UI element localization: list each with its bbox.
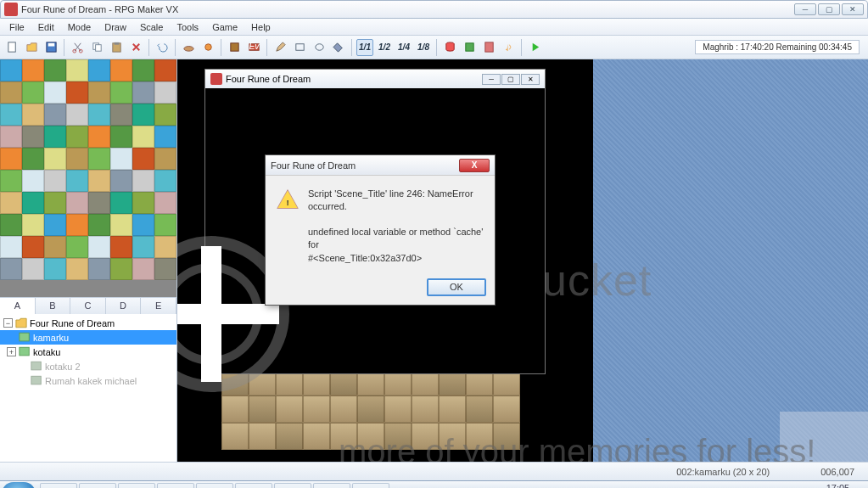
taskbar-app2-icon[interactable] [313,483,350,489]
open-icon[interactable] [23,39,40,56]
tab-c[interactable]: C [70,298,106,314]
game-icon [210,73,222,85]
menu-file[interactable]: File [3,20,31,34]
menu-tools[interactable]: Tools [171,20,204,34]
app-titlebar: Four Rune of Dream - RPG Maker VX ─ ▢ ✕ [0,0,868,19]
tree-item-kamarku[interactable]: kamarku [0,330,176,345]
database-icon[interactable] [441,39,458,56]
ellipse-icon[interactable] [311,39,328,56]
svg-text:Ev: Ev [249,42,260,51]
start-button[interactable] [2,482,36,489]
game-minimize-button[interactable]: ─ [482,74,501,85]
event-mode-icon[interactable]: Ev [245,39,262,56]
svg-rect-18 [484,42,492,52]
tab-b[interactable]: B [36,298,71,314]
tree-item-kotaku2[interactable]: kotaku 2 [0,359,176,373]
map-tiles [221,368,527,462]
menu-mode[interactable]: Mode [62,20,98,34]
copy-icon[interactable] [88,39,105,56]
playtest-icon[interactable] [526,39,543,56]
tree-label: kotaku 2 [45,362,81,372]
menu-help[interactable]: Help [245,20,277,34]
taskbar-chrome-icon[interactable] [196,483,233,489]
menu-scale[interactable]: Scale [134,20,170,34]
watermark-box [780,412,868,462]
svg-rect-14 [295,44,303,51]
taskbar-rpgmaker-icon[interactable] [274,483,311,489]
svg-rect-21 [31,362,41,370]
layer2-icon[interactable] [199,39,216,56]
status-bar: 002:kamarku (20 x 20) 006,007 [0,462,868,480]
maximize-button[interactable]: ▢ [818,3,840,15]
tray-clock[interactable]: 17:0524/07/2012 [815,483,861,488]
materials-icon[interactable] [461,39,478,56]
tab-e[interactable]: E [141,298,176,314]
rect-icon[interactable] [291,39,308,56]
svg-rect-20 [20,347,29,356]
svg-rect-8 [114,42,119,45]
fill-icon[interactable] [330,39,347,56]
map-icon [19,332,31,343]
taskbar-app1-icon[interactable] [157,483,194,489]
svg-rect-11 [230,43,238,51]
undo-icon[interactable] [154,39,171,56]
error-close-button[interactable]: X [459,159,490,172]
menu-game[interactable]: Game [206,20,244,34]
collapse-icon[interactable]: − [3,318,13,328]
minimize-button[interactable]: ─ [794,3,816,15]
layer1-icon[interactable] [180,39,197,56]
tab-d[interactable]: D [106,298,142,314]
toolbar: Ev 1/1 1/2 1/4 1/8 Maghrib : 17:40:20 Re… [0,36,868,59]
menu-draw[interactable]: Draw [98,20,132,34]
zoom-1-2[interactable]: 1/2 [376,39,393,56]
tree-label: kotaku [33,347,60,357]
zoom-1-1[interactable]: 1/1 [356,39,373,56]
error-ok-button[interactable]: OK [427,278,486,296]
tileset-tabs: A B C D E [0,297,176,314]
delete-icon[interactable] [127,39,144,56]
windows-taskbar: IN ▲ 💻 🔊 17:0524/07/2012 [0,480,868,488]
svg-point-15 [315,44,322,51]
save-icon[interactable] [42,39,59,56]
error-line-2: undefined local variable or method `cach… [308,226,484,252]
expand-icon[interactable]: + [7,347,16,356]
paste-icon[interactable] [108,39,125,56]
error-dialog: Four Rune of Dream X ! Script 'Scene_Tit… [265,154,496,306]
svg-rect-19 [20,333,29,341]
taskbar-ie-icon[interactable] [40,483,77,489]
taskbar-explorer-icon[interactable] [79,483,116,489]
svg-rect-22 [31,376,41,384]
status-coords: 006,007 [820,467,854,477]
app-icon [4,3,18,16]
new-icon[interactable] [3,39,20,56]
app-title: Four Rune of Dream - RPG Maker VX [21,4,794,14]
tree-item-kotaku[interactable]: + kotaku [0,345,176,359]
taskbar-firefox-icon[interactable] [235,483,272,489]
map-mode-icon[interactable] [226,39,243,56]
error-title: Four Rune of Dream [271,160,459,171]
menu-edit[interactable]: Edit [32,20,60,34]
pencil-icon[interactable] [272,39,288,56]
tree-item-rumah[interactable]: Rumah kakek michael [0,373,176,388]
game-close-button[interactable]: ✕ [521,74,540,85]
map-tree: − Four Rune of Dream kamarku + kotaku ko… [0,314,176,462]
taskbar-paint-icon[interactable] [352,483,389,489]
cut-icon[interactable] [69,39,86,56]
system-tray: IN ▲ 💻 🔊 17:0524/07/2012 [747,483,866,488]
script-icon[interactable] [480,39,497,56]
svg-rect-6 [95,45,101,52]
sound-icon[interactable] [500,39,517,56]
tree-label: Rumah kakek michael [45,376,137,386]
tree-label: kamarku [33,333,69,343]
status-map-info: 002:kamarku (20 x 20) [676,467,770,477]
game-maximize-button[interactable]: ▢ [501,74,520,85]
close-button[interactable]: ✕ [842,3,864,15]
tree-root[interactable]: − Four Rune of Dream [0,316,176,330]
tab-a[interactable]: A [0,298,36,314]
zoom-1-4[interactable]: 1/4 [395,39,412,56]
zoom-1-8[interactable]: 1/8 [415,39,432,56]
canvas-empty-area [593,59,868,462]
game-window-title: Four Rune of Dream [226,74,311,84]
tileset-palette[interactable] [0,59,176,297]
taskbar-wmp-icon[interactable] [118,483,155,489]
